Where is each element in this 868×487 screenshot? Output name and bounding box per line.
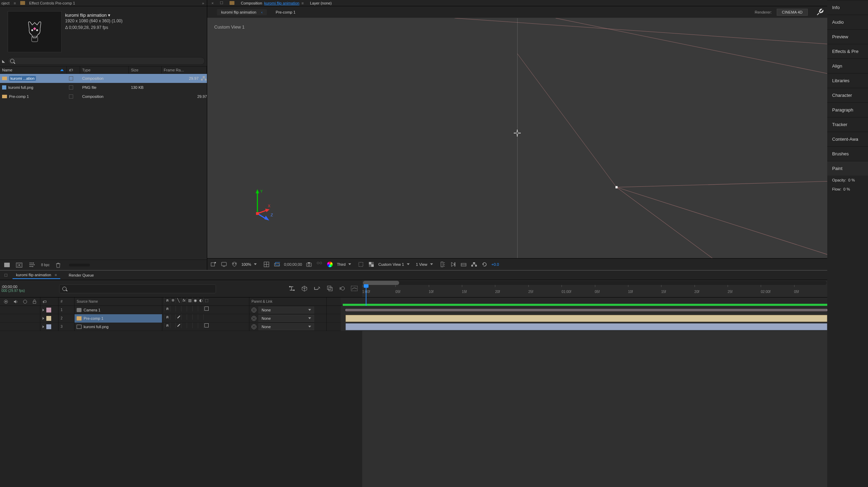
col-frame-rate[interactable]: Frame Ra...: [162, 67, 207, 74]
panel-paragraph[interactable]: Paragraph: [827, 102, 868, 117]
video-icon[interactable]: [3, 300, 8, 304]
timeline-layer[interactable]: 3kuromi full.pngฅNone: [0, 323, 827, 331]
layer-color-swatch[interactable]: [46, 316, 51, 321]
col-type[interactable]: Type: [80, 67, 129, 74]
layer-expand[interactable]: [40, 323, 59, 331]
3d-switch-header[interactable]: ⬚: [203, 297, 209, 303]
mask-toggle-button[interactable]: [231, 261, 238, 268]
3d-switch[interactable]: [203, 314, 209, 320]
fx-switch[interactable]: [181, 306, 187, 311]
channel-button[interactable]: [326, 262, 333, 267]
project-tab[interactable]: oject: [1, 1, 9, 5]
solo-icon[interactable]: [23, 300, 28, 304]
comp-mini-flowchart-button[interactable]: [288, 285, 295, 292]
camera-poi-icon[interactable]: [513, 129, 522, 138]
shy-switch[interactable]: ฅ: [164, 314, 170, 320]
layer-duration-bar[interactable]: [346, 315, 827, 322]
panel-menu-icon[interactable]: ≡: [14, 1, 16, 5]
layer-bar-area[interactable]: [341, 314, 827, 323]
layer-expand[interactable]: [40, 314, 59, 323]
reset-exposure-button[interactable]: [481, 261, 488, 268]
col-name[interactable]: Name: [0, 67, 67, 74]
audio-icon[interactable]: [13, 300, 18, 304]
parent-dropdown[interactable]: None: [258, 323, 314, 330]
adjustment-switch[interactable]: [198, 306, 203, 311]
adjustment-switch[interactable]: [198, 323, 203, 328]
timeline-layer[interactable]: 1Camera 1ฅNone: [0, 306, 827, 314]
draft-3d-button[interactable]: [301, 285, 308, 292]
show-snapshot-button[interactable]: [316, 261, 323, 268]
3d-switch[interactable]: [203, 323, 209, 328]
frame-blend-switch[interactable]: [187, 306, 192, 311]
shy-switch[interactable]: ฅ: [164, 323, 170, 328]
delete-button[interactable]: [56, 262, 61, 268]
timeline-layer[interactable]: 2Pre-comp 1ฅNone: [0, 314, 827, 323]
renderer-dropdown[interactable]: CINEMA 4D: [777, 9, 808, 16]
quality-switch[interactable]: [176, 314, 181, 320]
project-item[interactable]: kuromi ...ation Composition 29.97: [0, 74, 207, 83]
layer-bar-area[interactable]: [341, 306, 827, 314]
panel-align[interactable]: Align: [827, 59, 868, 73]
lock-icon[interactable]: [32, 299, 37, 304]
label-swatch[interactable]: [69, 76, 73, 80]
layer-expand[interactable]: [40, 306, 59, 314]
layer-bar-area[interactable]: [341, 323, 827, 331]
label-swatch[interactable]: [69, 94, 73, 99]
quality-switch-header[interactable]: ╲: [176, 297, 181, 303]
project-search-input[interactable]: [8, 57, 205, 65]
adjustment-switch-header[interactable]: ◐: [198, 297, 203, 303]
view-count-dropdown[interactable]: 1 View: [416, 262, 436, 266]
collapse-switch[interactable]: [170, 306, 176, 311]
frame-blend-switch-header[interactable]: ▥: [187, 297, 192, 303]
layer-color-swatch[interactable]: [46, 324, 51, 329]
motion-blur-button[interactable]: [339, 285, 345, 292]
dropdown-icon[interactable]: ◣: [2, 59, 5, 63]
panel-preview[interactable]: Preview: [827, 29, 868, 44]
hierarchy-icon[interactable]: [201, 76, 207, 81]
device-preview-button[interactable]: [220, 261, 227, 268]
project-item-list[interactable]: kuromi ...ation Composition 29.97 kuromi…: [0, 74, 207, 260]
timeline-empty-area[interactable]: [0, 331, 827, 487]
shy-switch[interactable]: ฅ: [164, 306, 170, 311]
new-folder-button[interactable]: [4, 263, 10, 267]
timeline-comp-tab[interactable]: kuromi flip animation ≡: [13, 271, 60, 279]
adjustment-switch[interactable]: [198, 314, 203, 320]
shy-button[interactable]: [313, 285, 321, 292]
time-ruler[interactable]: 1:00f05f10f15f20f25f01:00f05f10f15f20f25…: [362, 280, 827, 297]
frame-blend-button[interactable]: [327, 285, 333, 292]
panel-libraries[interactable]: Libraries: [827, 73, 868, 88]
bit-depth[interactable]: 8 bpc: [41, 263, 49, 267]
comp-viewport[interactable]: Custom View 1 Y X Z: [207, 18, 827, 258]
lock-icon[interactable]: ☐: [220, 1, 223, 5]
pickwhip-icon[interactable]: [251, 316, 256, 321]
panel-content-aware[interactable]: Content-Awa: [827, 132, 868, 146]
grid-button[interactable]: [273, 261, 280, 268]
roi-button[interactable]: [357, 261, 364, 268]
lock-icon[interactable]: ☐: [4, 273, 8, 278]
footer-slider[interactable]: [69, 264, 90, 266]
new-comp-button[interactable]: [16, 263, 22, 268]
layer-color-swatch[interactable]: [46, 308, 51, 312]
motion-blur-switch-header[interactable]: ◉: [192, 297, 198, 303]
fx-switch-header[interactable]: fx: [181, 297, 187, 303]
flow-value[interactable]: 0 %: [843, 187, 850, 191]
motion-blur-switch[interactable]: [192, 314, 198, 320]
timeline-button[interactable]: [460, 261, 467, 268]
fx-switch[interactable]: [181, 314, 187, 320]
layer-name-cell[interactable]: kuromi full.png: [75, 323, 162, 331]
safe-zones-button[interactable]: [263, 261, 270, 268]
always-preview-button[interactable]: [210, 261, 217, 268]
exposure-value[interactable]: +0.0: [491, 262, 499, 266]
pickwhip-icon[interactable]: [251, 308, 256, 312]
resolution-dropdown[interactable]: Third: [337, 262, 354, 266]
col-label[interactable]: 🏷: [67, 67, 80, 74]
source-name-column-header[interactable]: Source Name: [75, 297, 162, 306]
layer-name-cell[interactable]: Camera 1: [75, 306, 162, 314]
panel-audio[interactable]: Audio: [827, 15, 868, 29]
time-navigator[interactable]: [363, 281, 827, 285]
shy-switch-header[interactable]: ฅ: [164, 297, 170, 303]
motion-blur-switch[interactable]: [192, 306, 198, 311]
close-icon[interactable]: ×: [211, 1, 214, 5]
back-icon[interactable]: ‹: [261, 10, 263, 14]
view-dropdown[interactable]: Custom View 1: [378, 262, 412, 266]
